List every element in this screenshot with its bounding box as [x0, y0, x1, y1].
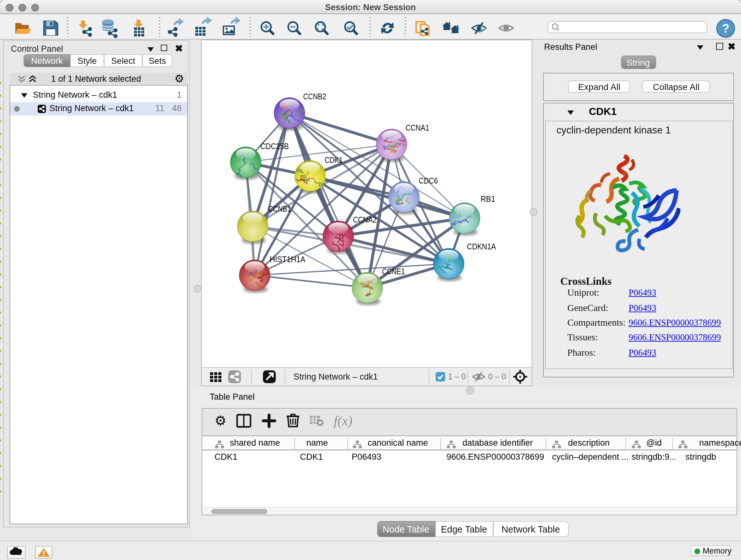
svg-text:⚙: ⚙	[214, 413, 226, 428]
svg-text:String Network – cdk1: String Network – cdk1	[293, 372, 378, 381]
svg-text:CCNB2: CCNB2	[303, 91, 326, 101]
svg-text:CCNE1: CCNE1	[382, 266, 405, 276]
svg-text:CCNA1: CCNA1	[406, 123, 429, 132]
svg-text:0 – 0: 0 – 0	[488, 372, 506, 381]
svg-text:1 – 0: 1 – 0	[448, 372, 466, 381]
svg-text:CCNB1: CCNB1	[268, 204, 291, 213]
svg-text:CDC6: CDC6	[419, 176, 438, 186]
svg-text:f(x): f(x)	[334, 413, 352, 428]
svg-text:RB1: RB1	[481, 194, 495, 204]
svg-text:CDC25B: CDC25B	[260, 141, 289, 151]
svg-text:CDKN1A: CDKN1A	[467, 242, 496, 251]
svg-text:HIST1H1A: HIST1H1A	[270, 254, 306, 264]
svg-text:?: ?	[722, 22, 729, 35]
svg-text:CCNA2: CCNA2	[353, 215, 377, 225]
svg-text:CDK1: CDK1	[325, 155, 343, 165]
